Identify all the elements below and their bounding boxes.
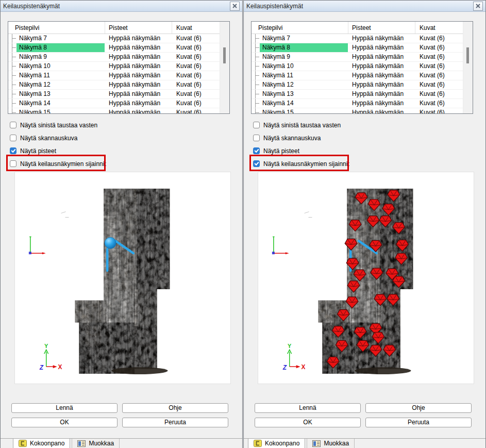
fly-button[interactable]: Lennä <box>11 403 118 413</box>
row-jump-action[interactable]: Hyppää näkymään <box>109 71 160 80</box>
row-name[interactable]: Näkymä 12 <box>260 80 348 89</box>
row-jump-action[interactable]: Hyppää näkymään <box>109 80 160 89</box>
row-jump-action[interactable]: Hyppää näkymään <box>109 34 160 43</box>
row-images[interactable]: Kuvat (6) <box>420 80 445 89</box>
dialog-titlebar[interactable]: Keilauspistenäkymät <box>244 1 485 12</box>
ok-button[interactable]: OK <box>255 418 361 427</box>
row-images[interactable]: Kuvat (6) <box>176 99 202 108</box>
table-row[interactable]: Näkymä 13 Hyppää näkymään Kuvat (6) <box>8 90 220 99</box>
point-cloud-viewport[interactable]: YXZ <box>14 172 231 384</box>
table-scrollbar[interactable] <box>220 22 229 113</box>
row-images[interactable]: Kuvat (6) <box>176 62 202 71</box>
row-jump-action[interactable]: Hyppää näkymään <box>109 99 160 108</box>
checkbox-box[interactable] <box>10 147 16 154</box>
row-images[interactable]: Kuvat (6) <box>420 53 445 61</box>
tab-muokkaa[interactable]: Muokkaa <box>72 439 120 448</box>
checkbox-box[interactable] <box>253 147 260 154</box>
row-name[interactable]: Näkymä 12 <box>16 80 105 89</box>
table-row[interactable]: Näkymä 7 Hyppää näkymään Kuvat (6) <box>8 34 220 43</box>
cancel-button[interactable]: Peruuta <box>365 418 472 427</box>
row-name[interactable]: Näkymä 13 <box>16 90 105 98</box>
row-jump-action[interactable]: Hyppää näkymään <box>352 71 404 80</box>
ok-button[interactable]: OK <box>11 418 118 427</box>
row-images[interactable]: Kuvat (6) <box>420 71 445 80</box>
row-jump-action[interactable]: Hyppää näkymään <box>352 53 404 61</box>
row-name[interactable]: Näkymä 11 <box>16 71 105 80</box>
table-row[interactable]: Näkymä 12 Hyppää näkymään Kuvat (6) <box>8 80 220 90</box>
checkbox-box[interactable] <box>253 135 260 141</box>
cancel-button[interactable]: Peruuta <box>122 418 228 427</box>
checkbox-box[interactable] <box>10 122 16 128</box>
table-row[interactable]: Näkymä 10 Hyppää näkymään Kuvat (6) <box>252 62 463 71</box>
scrollbar-thumb[interactable] <box>466 47 469 63</box>
table-row[interactable]: Näkymä 11 Hyppää näkymään Kuvat (6) <box>252 71 463 80</box>
table-row[interactable]: Näkymä 9 Hyppää näkymään Kuvat (6) <box>252 53 463 62</box>
row-jump-action[interactable]: Hyppää näkymään <box>352 34 404 43</box>
row-images[interactable]: Kuvat (6) <box>420 108 445 114</box>
tab-kokoonpano[interactable]: Kokoonpano <box>248 439 305 448</box>
tab-kokoonpano[interactable]: Kokoonpano <box>13 439 70 448</box>
row-jump-action[interactable]: Hyppää näkymään <box>352 80 404 89</box>
row-images[interactable]: Kuvat (6) <box>420 99 445 108</box>
row-jump-action[interactable]: Hyppää näkymään <box>352 62 404 71</box>
row-images[interactable]: Kuvat (6) <box>420 62 445 71</box>
checkbox-box[interactable] <box>10 135 16 141</box>
checkbox-box[interactable] <box>253 122 260 128</box>
help-button[interactable]: Ohje <box>122 403 228 413</box>
table-row[interactable]: Näkymä 14 Hyppää näkymään Kuvat (6) <box>8 99 220 108</box>
row-jump-action[interactable]: Hyppää näkymään <box>109 62 160 71</box>
table-row[interactable]: Näkymä 14 Hyppää näkymään Kuvat (6) <box>252 99 463 108</box>
table-row[interactable]: Näkymä 8 Hyppää näkymään Kuvat (6) <box>252 43 463 53</box>
row-images[interactable]: Kuvat (6) <box>176 80 202 89</box>
close-button[interactable] <box>230 2 240 11</box>
table-row[interactable]: Näkymä 10 Hyppää näkymään Kuvat (6) <box>8 62 220 71</box>
table-scrollbar[interactable] <box>463 22 473 113</box>
row-jump-action[interactable]: Hyppää näkymään <box>109 53 160 61</box>
row-name[interactable]: Näkymä 15 <box>260 108 348 114</box>
row-images[interactable]: Kuvat (6) <box>176 90 202 98</box>
scrollbar-thumb[interactable] <box>223 47 226 63</box>
row-name[interactable]: Näkymä 14 <box>16 99 105 108</box>
row-name[interactable]: Näkymä 9 <box>16 53 105 61</box>
row-jump-action[interactable]: Hyppää näkymään <box>352 108 404 114</box>
row-images[interactable]: Kuvat (6) <box>176 71 202 80</box>
fly-button[interactable]: Lennä <box>255 403 361 413</box>
row-name[interactable]: Näkymä 7 <box>16 34 105 43</box>
point-cloud-viewport[interactable]: YXZ <box>258 172 474 384</box>
row-jump-action[interactable]: Hyppää näkymään <box>109 90 160 98</box>
row-images[interactable]: Kuvat (6) <box>176 53 202 61</box>
table-row[interactable]: Näkymä 8 Hyppää näkymään Kuvat (6) <box>8 43 220 53</box>
row-images[interactable]: Kuvat (6) <box>420 34 445 43</box>
row-images[interactable]: Kuvat (6) <box>176 34 202 43</box>
row-jump-action[interactable]: Hyppää näkymään <box>352 99 404 108</box>
checkbox-show-against-blue[interactable]: Näytä sinistä taustaa vasten <box>10 119 106 131</box>
row-name[interactable]: Näkymä 13 <box>260 90 348 98</box>
table-row[interactable]: Näkymä 15 Hyppää näkymään Kuvat (6) <box>8 108 220 114</box>
row-name[interactable]: Näkymä 8 <box>260 43 348 52</box>
row-jump-action[interactable]: Hyppää näkymään <box>352 43 404 52</box>
row-name[interactable]: Näkymä 10 <box>260 62 348 71</box>
checkbox-show-scan-image[interactable]: Näytä skannauskuva <box>253 131 349 144</box>
table-row[interactable]: Näkymä 7 Hyppää näkymään Kuvat (6) <box>252 34 463 43</box>
row-images[interactable]: Kuvat (6) <box>176 43 202 52</box>
close-button[interactable] <box>473 2 483 11</box>
checkbox-show-scan-image[interactable]: Näytä skannauskuva <box>10 131 106 144</box>
row-name[interactable]: Näkymä 9 <box>260 53 348 61</box>
row-name[interactable]: Näkymä 7 <box>260 34 348 43</box>
row-jump-action[interactable]: Hyppää näkymään <box>352 90 404 98</box>
row-jump-action[interactable]: Hyppää näkymään <box>109 43 160 52</box>
checkbox-show-against-blue[interactable]: Näytä sinistä taustaa vasten <box>253 119 349 131</box>
table-row[interactable]: Näkymä 12 Hyppää näkymään Kuvat (6) <box>252 80 463 90</box>
help-button[interactable]: Ohje <box>365 403 472 413</box>
table-row[interactable]: Näkymä 13 Hyppää näkymään Kuvat (6) <box>252 90 463 99</box>
row-images[interactable]: Kuvat (6) <box>420 43 445 52</box>
row-name[interactable]: Näkymä 11 <box>260 71 348 80</box>
row-images[interactable]: Kuvat (6) <box>420 90 445 98</box>
row-jump-action[interactable]: Hyppää näkymään <box>109 108 160 114</box>
row-name[interactable]: Näkymä 15 <box>16 108 105 114</box>
row-images[interactable]: Kuvat (6) <box>176 108 202 114</box>
row-name[interactable]: Näkymä 14 <box>260 99 348 108</box>
row-name[interactable]: Näkymä 10 <box>16 62 105 71</box>
table-row[interactable]: Näkymä 11 Hyppää näkymään Kuvat (6) <box>8 71 220 80</box>
table-row[interactable]: Näkymä 9 Hyppää näkymään Kuvat (6) <box>8 53 220 62</box>
